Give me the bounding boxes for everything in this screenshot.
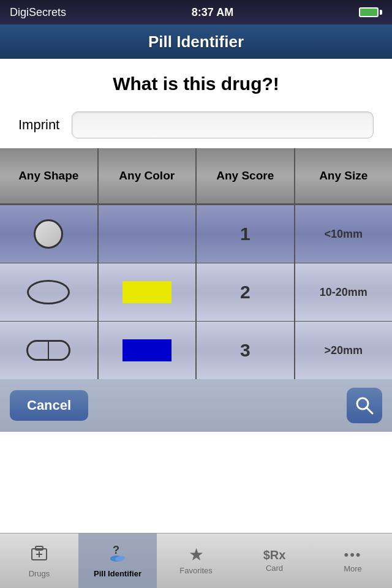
tab-label-card: Card [266, 564, 283, 573]
more-icon: ••• [344, 548, 361, 562]
header-title: Pill Identifier [148, 32, 244, 51]
tab-item-favorites[interactable]: ★ Favorites [157, 533, 235, 588]
shape-cell-oval[interactable] [0, 263, 99, 321]
tab-item-pill-identifier[interactable]: ? Pill Identifier [78, 533, 157, 588]
score-cell-2[interactable]: 2 [197, 263, 295, 321]
oval-shape-icon [27, 280, 70, 304]
tab-item-more[interactable]: ••• More [314, 533, 392, 588]
svg-text:?: ? [113, 544, 119, 556]
picker-header-color[interactable]: Any Color [99, 148, 197, 203]
size-cell-3[interactable]: >20mm [295, 322, 393, 379]
battery-tip [380, 10, 382, 15]
cancel-button[interactable]: Cancel [10, 390, 88, 421]
picker-header-score[interactable]: Any Score [197, 148, 295, 203]
picker-rows: 1 <10mm 2 10-20mm [0, 205, 392, 379]
app-header: Pill Identifier [0, 24, 392, 59]
score-cell-3[interactable]: 3 [197, 322, 295, 379]
status-bar: DigiSecrets 8:37 AM [0, 0, 392, 24]
imprint-row: Imprint [12, 111, 380, 138]
score-cell-1[interactable]: 1 [197, 205, 295, 263]
capsule-shape-icon [26, 340, 70, 361]
score-number-3: 3 [240, 340, 251, 361]
color-cell-2[interactable] [99, 263, 197, 321]
color-swatch-blue [123, 339, 172, 361]
color-swatch-yellow [123, 281, 172, 303]
score-number-2: 2 [240, 282, 251, 303]
circle-shape-icon [34, 219, 63, 249]
tab-item-card[interactable]: $Rx Card [235, 533, 314, 588]
drugs-icon [29, 544, 49, 567]
search-button[interactable] [347, 388, 382, 423]
size-label-2: 10-20mm [320, 286, 368, 299]
favorites-icon: ★ [189, 546, 204, 564]
shape-cell-circle[interactable] [0, 205, 99, 263]
drug-question: What is this drug?! [12, 74, 380, 94]
tab-bar: Drugs ? Pill Identifier ★ Favorites $Rx … [0, 533, 392, 588]
tab-label-drugs: Drugs [29, 569, 50, 578]
app-name: DigiSecrets [10, 6, 66, 19]
picker-area: Any Shape Any Color Any Score Any Size 1… [0, 148, 392, 432]
search-icon [355, 396, 374, 415]
bottom-buttons: Cancel [0, 379, 392, 432]
imprint-input[interactable] [72, 111, 374, 138]
color-cell-1[interactable] [99, 205, 197, 263]
battery-icon [359, 7, 382, 17]
color-cell-3[interactable] [99, 322, 197, 379]
svg-line-1 [366, 407, 372, 413]
size-label-3: >20mm [324, 344, 363, 357]
tab-label-pill-identifier: Pill Identifier [94, 569, 141, 578]
shape-cell-capsule[interactable] [0, 322, 99, 379]
picker-row: 1 <10mm [0, 205, 392, 263]
status-time: 8:37 AM [192, 6, 233, 19]
picker-row: 3 >20mm [0, 321, 392, 379]
size-cell-2[interactable]: 10-20mm [295, 263, 393, 321]
score-number-1: 1 [240, 224, 251, 244]
size-label-1: <10mm [324, 228, 363, 241]
picker-header-shape[interactable]: Any Shape [0, 148, 99, 203]
picker-row: 2 10-20mm [0, 263, 392, 321]
pill-identifier-icon: ? [107, 544, 129, 567]
tab-label-favorites: Favorites [179, 566, 212, 575]
size-cell-1[interactable]: <10mm [295, 205, 393, 263]
main-content: What is this drug?! Imprint [0, 59, 392, 148]
battery-body [359, 7, 379, 17]
imprint-label: Imprint [18, 117, 59, 133]
picker-headers: Any Shape Any Color Any Score Any Size [0, 148, 392, 205]
tab-label-more: More [344, 564, 362, 573]
card-icon: $Rx [263, 549, 286, 561]
tab-item-drugs[interactable]: Drugs [0, 533, 78, 588]
picker-header-size[interactable]: Any Size [295, 148, 393, 203]
